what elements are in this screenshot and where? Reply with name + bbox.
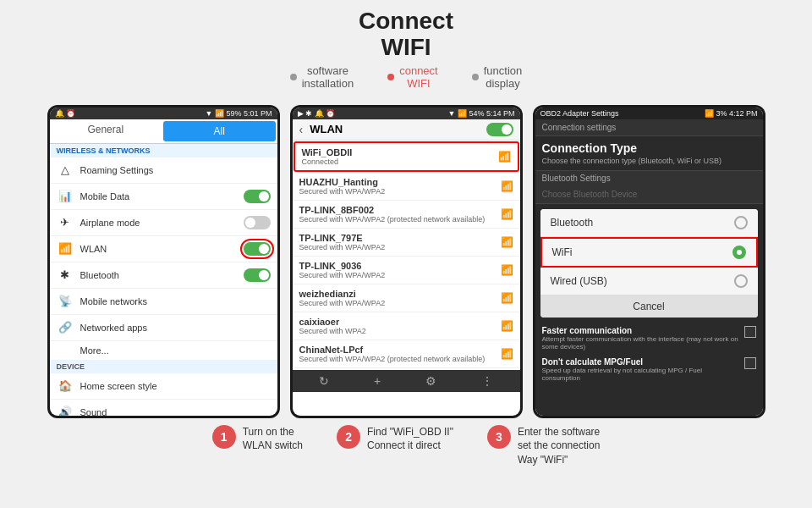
wifi-signal-icon-3: 📶	[501, 208, 513, 220]
page-title: Connect WIFI	[0, 8, 812, 61]
settings-item-mobilenetworks[interactable]: 📡 Mobile networks	[50, 289, 277, 315]
settings-item-roaming[interactable]: △ Roaming Settings	[50, 157, 277, 184]
settings-item-sound[interactable]: 🔊 Sound	[50, 400, 277, 416]
section-device: DEVICE	[50, 360, 277, 373]
instruction-2: 2 Find "WiFi_OBD II"Connect it direct	[337, 425, 453, 454]
wifi-tplink3[interactable]: TP-LINK_9036 Secured with WPA/WPA2 📶	[293, 257, 520, 284]
refresh-icon[interactable]: ↻	[319, 374, 329, 388]
wifi-obdii[interactable]: WiFi_OBDII Connected 📶	[294, 141, 519, 172]
wifi-tplink2[interactable]: TP-LINK_797E Secured with WPA/WPA2 📶	[293, 229, 520, 257]
option-wifi[interactable]: WiFi	[540, 237, 758, 268]
step-number-1: 1	[212, 425, 236, 449]
settings-item-networkedapps[interactable]: 🔗 Networked apps	[50, 315, 277, 341]
phone2-statusbar: ▶ ✱ 🔔 ⏰ ▼ 📶 54% 5:14 PM	[293, 108, 520, 119]
settings-item-wlan[interactable]: 📶 WLAN	[50, 236, 277, 262]
phone3-mockup: OBD2 Adapter Settings 📶 3% 4:12 PM Conne…	[533, 105, 765, 418]
step-text-3: Enter the softwareset the connectionWay …	[518, 425, 600, 467]
phone2-bottombar: ↻ + ⚙ ⋮	[293, 370, 520, 392]
wlan-title: WLAN	[310, 123, 486, 135]
p3-header-bar: Connection settings	[535, 119, 763, 136]
connection-type-title: Connection Type	[535, 136, 763, 157]
radio-wiredusb[interactable]	[734, 274, 748, 288]
bluetooth-toggle[interactable]	[244, 268, 271, 282]
phone1-mockup: 🔔 ⏰ ▼ 📶 59% 5:01 PM General All WIRELESS…	[47, 105, 280, 418]
mobiledata-toggle[interactable]	[244, 190, 271, 203]
step-number-2: 2	[337, 425, 360, 449]
tab-general[interactable]: General	[50, 119, 162, 143]
choose-bt-device: Choose Bluetooth Device	[535, 185, 763, 204]
faster-comm-section: Faster communication Attempt faster comm…	[535, 323, 763, 354]
radio-wifi[interactable]	[732, 246, 746, 259]
step-nav-2: connectWIFI	[387, 64, 438, 90]
wifi-signal-icon-8: 📶	[501, 348, 513, 360]
phone3-screen: OBD2 Adapter Settings 📶 3% 4:12 PM Conne…	[535, 108, 763, 416]
roaming-icon: △	[57, 162, 74, 179]
wifi-signal-icon-7: 📶	[501, 320, 513, 332]
back-button[interactable]: ‹	[299, 123, 304, 136]
phone2-screen: ▶ ✱ 🔔 ⏰ ▼ 📶 54% 5:14 PM ‹ WLAN WiFi_OBDI…	[293, 108, 520, 416]
step-number-3: 3	[487, 425, 511, 449]
instruction-1: 1 Turn on theWLAN switch	[212, 425, 303, 454]
airplane-toggle[interactable]	[244, 216, 271, 229]
wifi-caixiao[interactable]: caixiaoer Secured with WPA2 📶	[293, 312, 520, 340]
phone3-dark-screen: Connection settings Connection Type Choo…	[535, 119, 763, 416]
step-dot-1	[290, 74, 297, 80]
wlan-toggle-2[interactable]	[486, 123, 513, 136]
step-text-2: Find "WiFi_OBD II"Connect it direct	[367, 425, 453, 454]
menu-icon[interactable]: ⋮	[481, 374, 493, 388]
tab-all[interactable]: All	[163, 121, 276, 141]
airplane-icon: ✈	[57, 214, 74, 231]
option-wiredusb[interactable]: Wired (USB)	[540, 268, 758, 295]
add-network-icon[interactable]: +	[374, 374, 381, 388]
homescreen-icon: 🏠	[57, 378, 74, 395]
phone2-mockup: ▶ ✱ 🔔 ⏰ ▼ 📶 54% 5:14 PM ‹ WLAN WiFi_OBDI…	[290, 105, 523, 418]
step-nav-3: functiondisplay	[472, 64, 523, 90]
phone2-topbar: ‹ WLAN	[293, 119, 520, 141]
main-content: 🔔 ⏰ ▼ 📶 59% 5:01 PM General All WIRELESS…	[0, 102, 812, 418]
settings-item-bluetooth[interactable]: ✱ Bluetooth	[50, 262, 277, 289]
phone1-screen: 🔔 ⏰ ▼ 📶 59% 5:01 PM General All WIRELESS…	[50, 108, 277, 416]
mpg-section: Don't calculate MPG/Fuel Speed up data r…	[535, 354, 763, 385]
wifi-signal-icon-2: 📶	[501, 180, 513, 192]
wlan-toggle[interactable]	[244, 242, 271, 256]
settings-item-mobiledata[interactable]: 📊 Mobile Data	[50, 184, 277, 210]
step-text-1: Turn on theWLAN switch	[243, 425, 303, 454]
mobilenetworks-icon: 📡	[57, 293, 74, 310]
phone1-tabbar: General All	[50, 119, 277, 144]
sound-icon: 🔊	[57, 404, 74, 416]
settings-item-homescreen[interactable]: 🏠 Home screen style	[50, 373, 277, 400]
wifi-huazhu[interactable]: HUAZHU_Hanting Secured with WPA/WPA2 📶	[293, 173, 520, 201]
step-nav-1: softwareinstallation	[290, 64, 354, 90]
mobiledata-icon: 📊	[57, 188, 74, 205]
connection-type-desc: Choose the connection type (Bluetooth, W…	[535, 157, 763, 170]
radio-bluetooth[interactable]	[734, 216, 748, 229]
more-item[interactable]: More...	[50, 341, 277, 360]
page-header: Connect WIFI softwareinstallation connec…	[0, 0, 812, 102]
settings-item-airplane[interactable]: ✈ Airplane mode	[50, 210, 277, 236]
step-dot-2	[387, 74, 394, 80]
phone3-statusbar: OBD2 Adapter Settings 📶 3% 4:12 PM	[535, 108, 763, 119]
cancel-button[interactable]: Cancel	[540, 295, 758, 318]
wlan-icon: 📶	[57, 240, 74, 257]
phone1-statusbar: 🔔 ⏰ ▼ 📶 59% 5:01 PM	[50, 108, 277, 119]
faster-comm-checkbox[interactable]	[744, 326, 756, 338]
mpg-checkbox[interactable]	[744, 357, 756, 369]
wifi-weizhe[interactable]: weizhedianzi Secured with WPA/WPA2 📶	[293, 284, 520, 312]
section-wireless: WIRELESS & NETWORKS	[50, 144, 277, 157]
wifi-signal-icon-4: 📶	[501, 236, 513, 248]
wifi-signal-icon: 📶	[498, 151, 511, 163]
wifi-chinanet[interactable]: ChinaNet-LPcf Secured with WPA/WPA2 (pro…	[293, 340, 520, 368]
wifi-signal-icon-6: 📶	[501, 292, 513, 304]
wifi-signal-icon-5: 📶	[501, 264, 513, 276]
manage-icon[interactable]: ⚙	[425, 374, 436, 388]
wifi-tplink1[interactable]: TP-LINK_8BF002 Secured with WPA/WPA2 (pr…	[293, 201, 520, 229]
option-bluetooth[interactable]: Bluetooth	[540, 209, 758, 237]
steps-navigation: softwareinstallation connectWIFI functio…	[0, 61, 812, 97]
instruction-3: 3 Enter the softwareset the connectionWa…	[487, 425, 600, 467]
bt-settings-header: Bluetooth Settings	[535, 170, 763, 185]
connection-options-overlay: Bluetooth WiFi Wired (USB) Cancel	[540, 209, 758, 318]
step-dot-3	[472, 74, 479, 80]
bottom-instructions: 1 Turn on theWLAN switch 2 Find "WiFi_OB…	[0, 418, 812, 467]
bluetooth-icon: ✱	[57, 267, 74, 284]
networkedapps-icon: 🔗	[57, 319, 74, 336]
